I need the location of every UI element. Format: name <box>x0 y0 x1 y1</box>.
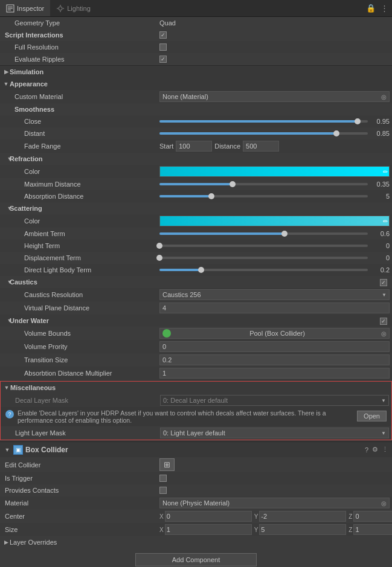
volume-bounds-field[interactable]: Pool (Box Collider) ◎ <box>159 328 390 339</box>
fade-distance-input[interactable] <box>243 141 279 152</box>
light-layer-dropdown[interactable]: 0: Light Layer default ▼ <box>160 428 389 438</box>
appearance-fold-arrow[interactable]: ▼ <box>2 80 10 88</box>
layer-overrides-fold-arrow[interactable]: ▶ <box>2 539 10 546</box>
refraction-fold-arrow[interactable]: ▼ <box>2 155 10 162</box>
center-y-input[interactable] <box>259 511 346 522</box>
center-x-input[interactable] <box>165 511 252 522</box>
misc-header[interactable]: ▼ Miscellaneous <box>1 382 391 394</box>
component-icons-right: ? ⚙ ⋮ <box>365 446 388 453</box>
scattering-color-row: Color ✏ <box>0 214 392 228</box>
close-slider-value: 0.95 <box>370 118 390 125</box>
edit-collider-button[interactable]: ⊞ <box>159 458 175 471</box>
scattering-header: ▼ Scattering <box>0 202 392 214</box>
volume-bounds-label: Volume Bounds <box>2 330 159 337</box>
max-distance-slider[interactable]: 0.35 <box>159 181 390 188</box>
transition-size-label: Transition Size <box>2 356 159 364</box>
layer-overrides-row[interactable]: ▶ Layer Overrides <box>0 536 392 548</box>
custom-material-row: Custom Material None (Material) ◎ <box>0 90 392 103</box>
material-value: None (Physic Material) ◎ <box>159 498 390 508</box>
volume-bounds-target-icon[interactable]: ◎ <box>381 330 387 337</box>
tab-bar: Inspector Lighting 🔒 ⋮ <box>0 0 392 17</box>
displacement-term-value: 0 <box>159 254 390 261</box>
center-z-axis: Z <box>349 513 352 520</box>
caustics-fold-arrow[interactable]: ▼ <box>2 278 10 286</box>
center-row: Center X Y Z <box>0 510 392 523</box>
box-collider-fold-arrow[interactable]: ▼ <box>4 446 11 453</box>
caustics-resolution-dropdown[interactable]: Caustics 256 ▼ <box>159 289 390 300</box>
script-interactions-checkbox[interactable] <box>159 31 167 39</box>
size-y-input[interactable] <box>259 524 346 535</box>
box-collider-header: ▼ ▣ Box Collider ? ⚙ ⋮ <box>0 441 392 457</box>
material-field[interactable]: None (Physic Material) ◎ <box>159 498 390 508</box>
material-target-icon[interactable]: ◎ <box>381 500 387 507</box>
custom-material-field[interactable]: None (Material) ◎ <box>159 91 390 102</box>
scattering-color-field[interactable]: ✏ <box>159 216 390 226</box>
decal-layer-dropdown[interactable]: 0: Decal Layer default ▼ <box>160 395 389 406</box>
green-circle-icon <box>162 329 171 338</box>
simulation-fold-arrow[interactable]: ▶ <box>2 68 10 75</box>
caustics-checkbox[interactable] <box>380 279 387 286</box>
absorption-dist-slider-value: 5 <box>370 193 390 200</box>
refraction-color-field[interactable]: ✏ <box>159 166 390 177</box>
under-water-fold-arrow[interactable]: ▼ <box>2 317 10 324</box>
full-resolution-checkbox[interactable] <box>159 43 167 51</box>
close-value: 0.95 <box>159 118 390 125</box>
direct-light-slider[interactable]: 0.2 <box>159 266 390 274</box>
size-x-input[interactable] <box>165 524 252 535</box>
lock-icon[interactable]: 🔒 <box>366 4 376 13</box>
box-collider-icon: ▣ <box>13 445 23 455</box>
color-picker-icon: ✏ <box>383 168 388 175</box>
misc-fold-arrow[interactable]: ▼ <box>3 384 10 391</box>
height-term-row: Height Term 0 <box>0 240 392 252</box>
light-layer-value: 0: Light Layer default ▼ <box>160 428 389 438</box>
height-term-slider[interactable]: 0 <box>159 242 390 249</box>
center-fields: X Y Z <box>159 511 392 522</box>
full-resolution-label: Full Resolution <box>2 43 159 51</box>
displacement-term-slider[interactable]: 0 <box>159 254 390 261</box>
target-icon[interactable]: ◎ <box>381 94 387 100</box>
is-trigger-checkbox[interactable] <box>159 475 167 482</box>
volume-priority-input[interactable] <box>159 341 390 352</box>
distant-slider[interactable]: 0.85 <box>159 130 390 137</box>
appearance-header[interactable]: ▼ Appearance <box>0 78 392 90</box>
absorption-mult-input[interactable] <box>159 368 390 379</box>
tab-lighting[interactable]: Lighting <box>50 0 97 16</box>
size-z-input[interactable] <box>353 524 392 535</box>
provides-contacts-checkbox[interactable] <box>159 487 167 494</box>
scattering-color-picker-icon: ✏ <box>383 218 388 225</box>
center-z-input[interactable] <box>353 511 392 522</box>
svg-rect-1 <box>8 7 13 7</box>
transition-size-input[interactable] <box>159 354 390 365</box>
more-options-icon[interactable]: ⋮ <box>381 4 388 13</box>
refraction-label: Refraction <box>10 155 167 162</box>
absorption-dist-slider[interactable]: 5 <box>159 193 390 200</box>
fade-range-inputs: Start Distance <box>159 141 390 152</box>
distant-value: 0.85 <box>159 130 390 137</box>
simulation-header[interactable]: ▶ Simulation <box>0 66 392 78</box>
virtual-plane-input[interactable] <box>159 303 390 313</box>
add-component-button[interactable]: Add Component <box>135 553 257 566</box>
evaluate-ripples-checkbox[interactable] <box>159 56 167 63</box>
ambient-term-slider[interactable]: 0.6 <box>159 230 390 237</box>
fade-start-input[interactable] <box>176 141 212 152</box>
refraction-color-row: Color ✏ <box>0 165 392 178</box>
kebab-icon[interactable]: ⋮ <box>382 446 388 453</box>
script-interactions-row: Script Interactions <box>0 29 392 41</box>
under-water-checkbox[interactable] <box>380 318 387 325</box>
edit-collider-label: Edit Collider <box>2 461 159 469</box>
settings-icon[interactable]: ⚙ <box>372 446 378 453</box>
material-label: Material <box>2 499 159 507</box>
volume-priority-value <box>159 341 390 352</box>
open-button[interactable]: Open <box>357 411 387 421</box>
light-layer-dropdown-arrow: ▼ <box>381 431 386 436</box>
scattering-fold-arrow[interactable]: ▼ <box>2 205 10 212</box>
size-fields: X Y Z <box>159 524 392 535</box>
help-icon[interactable]: ? <box>365 446 368 453</box>
tab-inspector[interactable]: Inspector <box>0 0 50 16</box>
tab-inspector-label: Inspector <box>17 5 44 12</box>
close-slider[interactable]: 0.95 <box>159 118 390 125</box>
center-y-axis: Y <box>254 513 259 520</box>
fade-start-label: Start <box>159 143 173 150</box>
provides-contacts-label: Provides Contacts <box>2 487 159 494</box>
is-trigger-label: Is Trigger <box>2 475 159 482</box>
